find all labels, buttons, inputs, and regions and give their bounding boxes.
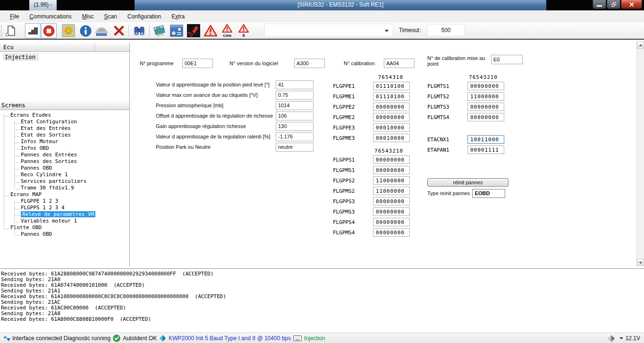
parameter-input[interactable]: 1014 (276, 101, 314, 110)
voltage-area: 12.1V (605, 333, 640, 343)
flag-input[interactable]: 00000000 (373, 218, 410, 226)
vehicle-button[interactable] (94, 24, 109, 38)
flag-input[interactable]: 00000000 (467, 113, 504, 121)
type-reinit-select[interactable]: EOBD (472, 189, 505, 198)
cancel-button[interactable] (112, 24, 126, 38)
ecu-chip-button[interactable]: OTO (153, 24, 167, 38)
settings-button[interactable] (61, 24, 76, 38)
timeout-input[interactable]: 500 (427, 24, 465, 36)
steps-button[interactable] (25, 23, 41, 38)
version-logiciel-input[interactable]: A300 (294, 59, 325, 68)
tree-item[interactable]: FLGPPS 1 2 3 4 (0, 204, 129, 211)
warning-x-button[interactable]: X (237, 24, 251, 38)
injector-icon (186, 24, 201, 38)
flag-input[interactable]: 00000000 (373, 228, 410, 237)
info-button[interactable] (78, 24, 93, 38)
flag-input[interactable]: 00000000 (467, 82, 504, 90)
menu-misc[interactable]: Misc (77, 12, 99, 21)
ecu-item-injection[interactable]: Injection (3, 54, 39, 60)
log-line: Received bytes: 61A8000C8808810000F0 (AC… (1, 316, 644, 322)
warning-button[interactable] (203, 24, 218, 38)
flag-input[interactable]: 01110100 (373, 82, 410, 90)
menu-scan[interactable]: Scan (99, 12, 122, 21)
tree-item[interactable]: Pannes des Sorties (0, 158, 129, 164)
flag-row: FLGPME300010000 (333, 133, 411, 143)
stop-button[interactable] (41, 23, 57, 38)
restore-button[interactable] (607, 0, 620, 9)
menu-communications[interactable]: Communications (24, 12, 76, 21)
tree-item[interactable]: Reco Cylindre 1 (0, 171, 129, 178)
toolbar-combobox[interactable] (264, 24, 393, 37)
parameter-input[interactable]: neutre (276, 143, 314, 152)
log-panel[interactable]: Received bytes: 61A28808000C987474000000… (0, 268, 644, 333)
flag-input[interactable]: 00010000 (373, 123, 410, 132)
minimize-button[interactable] (593, 0, 606, 9)
injector-button[interactable] (186, 24, 201, 38)
ecu-chip-icon: OTO (153, 24, 167, 38)
scroll-down-icon[interactable] (637, 259, 644, 266)
flag-input[interactable]: 00000000 (373, 113, 410, 121)
parameter-input[interactable]: 106 (276, 111, 314, 120)
search-button[interactable] (132, 24, 146, 38)
flag-row: FLGPME200000000 (333, 112, 411, 122)
parameter-input[interactable]: -1.176 (276, 132, 314, 141)
new-document-button[interactable] (4, 24, 18, 38)
tree-item[interactable]: Pannes OBD (0, 164, 129, 171)
tree-item-selected[interactable]: Relevé de paramètres VH (0, 211, 129, 217)
flag-row: FLGPPS300000000 (333, 196, 411, 206)
calibration-mise-au-point-label: N° de calibration mise au point (427, 55, 492, 67)
calibration-input[interactable]: AA04 (384, 59, 415, 68)
tree-item[interactable]: Pannes des Entrées (0, 151, 129, 158)
flag-input[interactable]: 00000000 (373, 166, 410, 174)
tree-item[interactable]: FLGPPE 1 2 3 (0, 197, 129, 204)
tree-item[interactable]: Ecrans Etudes (0, 111, 129, 118)
flag-input-focused[interactable]: 10011000 (467, 135, 504, 144)
interface-status-text: Interface connected Diagnostic running (12, 335, 110, 342)
tree-item[interactable]: Infos Moteur (0, 138, 129, 145)
programme-input[interactable]: 00E1 (182, 59, 213, 68)
flag-input[interactable]: 11000000 (373, 187, 410, 195)
reinit-pannes-button[interactable]: réinit pannes (427, 178, 508, 187)
tree-item[interactable]: Ecrans MAP (0, 191, 129, 197)
flag-input[interactable]: 00001111 (467, 146, 504, 154)
calibration-mise-au-point-input[interactable]: E0 (491, 55, 523, 64)
flag-input[interactable]: 01110100 (373, 92, 410, 101)
tree-item[interactable]: Services particuliers (0, 178, 129, 184)
tree-item[interactable]: Infos OBD (0, 145, 129, 151)
toolbar: OTO CAN X Timeout: 500 (0, 22, 644, 40)
menu-file[interactable]: File (5, 12, 24, 21)
tree-item[interactable]: Etat des Entrées (0, 125, 129, 131)
parameter-input[interactable]: 41 (276, 80, 314, 89)
flag-input[interactable]: 00010000 (373, 134, 410, 142)
flag-row: FLGPMS300000000 (333, 206, 411, 217)
flag-input[interactable]: 00000000 (373, 155, 410, 164)
bits-header: 76543210 (333, 148, 411, 154)
tree-item[interactable]: Etat Configuration (0, 118, 129, 125)
instrument-panel-button[interactable] (169, 24, 184, 38)
flag-input[interactable]: 00000000 (373, 103, 410, 111)
flag-input[interactable]: 11000000 (373, 176, 410, 185)
tree-item[interactable]: Pannes OBD (0, 231, 129, 237)
parameter-row: Valeur max corr avance due au cliquetis … (156, 90, 316, 100)
autoident-check-icon (113, 334, 120, 342)
flag-input[interactable]: 00000000 (373, 207, 410, 216)
tree-item[interactable]: Etat des Sorties (0, 131, 129, 138)
tree-item[interactable]: Flotte OBD (0, 224, 129, 231)
close-button[interactable] (621, 0, 642, 9)
tree-connector (14, 146, 19, 150)
scroll-up-icon[interactable] (637, 42, 644, 49)
flag-input[interactable]: 11000000 (467, 92, 504, 101)
type-reinit-row: Type reinit pannes EOBD (427, 189, 505, 198)
tree-item[interactable]: Variables moteur 1 (0, 217, 129, 224)
parameter-input[interactable]: 0.75 (276, 91, 314, 100)
warning-can-button[interactable]: CAN (220, 24, 234, 38)
flag-input[interactable]: 00000000 (373, 197, 410, 206)
main-scrollbar[interactable] (636, 42, 644, 266)
chevron-down-icon[interactable] (619, 337, 623, 339)
flag-input[interactable]: 00000000 (467, 103, 504, 111)
tree-item[interactable]: Trame 30 ftdiv1.9 (0, 184, 129, 191)
menu-extra[interactable]: Extra (166, 12, 190, 21)
menu-configuration[interactable]: Configuration (122, 12, 166, 21)
parameter-input[interactable]: 130 (276, 122, 314, 131)
chevron-down-icon (385, 30, 389, 32)
